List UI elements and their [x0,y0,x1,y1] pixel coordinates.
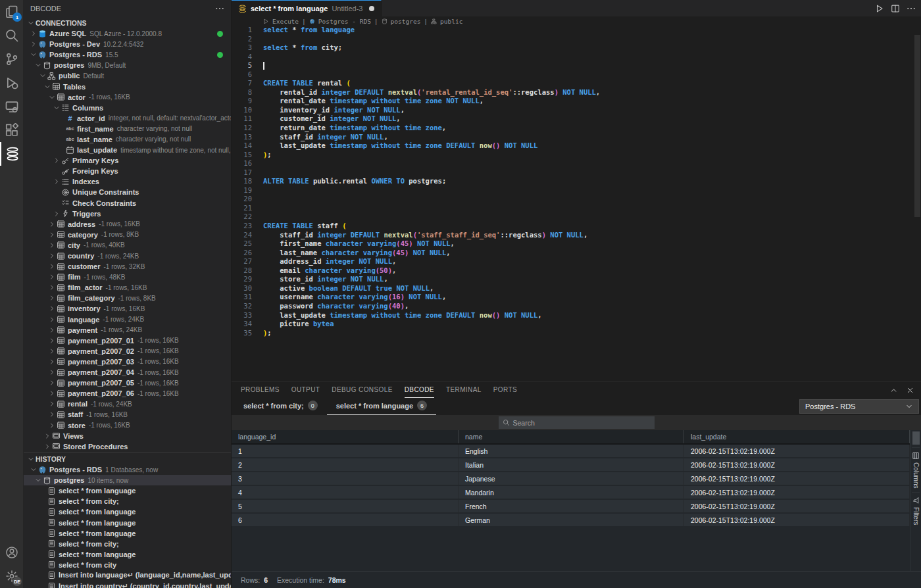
tree-item-postgres[interactable]: postgres9MB, Default [24,60,231,70]
editor-tab[interactable]: select * from language Untitled-3 [232,0,382,16]
tree-item-staff[interactable]: staff-1 rows, 16KB [24,409,231,420]
table-row[interactable]: 4Mandarin2006-02-15T13:02:19.000Z [232,486,910,499]
activity-explorer-icon[interactable]: 1 [0,0,24,24]
table-row[interactable]: 6German2006-02-15T13:02:19.000Z [232,514,910,526]
tree-item-indexes[interactable]: Indexes [24,176,231,187]
tree-item-postgres[interactable]: postgres10 items, now [24,475,231,485]
tree-item-primary-keys[interactable]: Primary Keys [24,155,231,166]
tree-item-select-from-language[interactable]: select * from language [24,485,231,496]
tree-item-store[interactable]: store-1 rows, 16KB [24,420,231,430]
tree-item-select-from-city[interactable]: select * from city; [24,539,231,549]
tree-item-columns[interactable]: Columns [24,103,231,113]
activity-account-icon[interactable] [0,541,24,564]
panel-tab-problems[interactable]: PROBLEMS [241,382,280,398]
connections-header[interactable]: CONNECTIONS [24,17,231,28]
editor-scrollbar[interactable] [914,35,920,217]
tree-item-payment-p2007-03[interactable]: payment_p2007_03-1 rows, 16KB [24,356,231,367]
activity-extensions-icon[interactable] [0,118,24,142]
side-tab-filters[interactable]: Filters [912,492,920,529]
tree-item-payment-p2007-01[interactable]: payment_p2007_01-1 rows, 16KB [24,335,231,346]
activity-remote-explorer-icon[interactable] [0,95,24,118]
column-header-language_id[interactable]: language_id [232,430,459,443]
tree-item-check-constraints[interactable]: Check Constraints [24,198,231,208]
history-header[interactable]: HISTORY [24,453,231,464]
tree-item-payment-p2007-05[interactable]: payment_p2007_05-1 rows, 16KB [24,378,231,388]
tree-item-postgres-rds[interactable]: Postgres - RDS15.5 [24,49,231,60]
panel-tab-ports[interactable]: PORTS [493,382,517,398]
activity-settings-icon[interactable]: DE [0,564,24,588]
panel-tab-terminal[interactable]: TERMINAL [446,382,482,398]
tree-item-category[interactable]: category-1 rows, 8KB [24,230,231,240]
tree-item-azure-sql[interactable]: Azure SQLSQL Azure - 12.0.2000.8 [24,28,231,39]
codelens-schema[interactable]: public [440,18,462,25]
column-header-name[interactable]: name [459,430,684,443]
tree-item-first-name[interactable]: abcfirst_namecharacter varying, not null [24,124,231,134]
tree-item-last-update[interactable]: last_updatetimestamp without time zone, … [24,145,231,155]
tree-item-postgres-dev[interactable]: Postgres - Dev10.2.2.4:5432 [24,39,231,49]
tree-item-inventory[interactable]: inventory-1 rows, 16KB [24,303,231,314]
codelens-connection[interactable]: Postgres - RDS [318,18,371,25]
tree-item-address[interactable]: address-1 rows, 16KB [24,219,231,230]
column-header-last_update[interactable]: last_update [684,430,910,443]
tree-item-views[interactable]: Views [24,431,231,441]
tree-item-select-from-language[interactable]: select * from language [24,506,231,517]
tree-item-actor-id[interactable]: #actor_idinteger, not null, default: nex… [24,113,231,124]
tree-item-insert-into-language-language-id-name-last-update[interactable]: Insert into language↵ (language_id,name,… [24,570,231,581]
panel-tab-dbcode[interactable]: DBCODE [405,382,434,398]
tree-item-postgres-rds[interactable]: Postgres - RDS1 Databases, now [24,464,231,475]
tree-item-payment-p2007-06[interactable]: payment_p2007_06-1 rows, 16KB [24,388,231,399]
codelens-bar[interactable]: Execute|Postgres - RDS|postgres|public [232,17,921,26]
tree-item-select-from-language[interactable]: select * from language [24,549,231,560]
side-tab-columns[interactable]: Columns [912,447,920,492]
search-input[interactable]: Search [499,416,655,429]
tree-item-stored-procedures[interactable]: Stored Procedures [24,441,231,452]
tree-item-select-from-language[interactable]: select * from language [24,517,231,527]
tree-item-city[interactable]: city-1 rows, 40KB [24,240,231,251]
activity-search-icon[interactable] [0,24,24,47]
codelens-execute[interactable]: Execute [272,18,299,25]
table-row[interactable]: 1English2006-02-15T13:02:19.000Z [232,445,910,457]
panel-tab-output[interactable]: OUTPUT [291,382,320,398]
tree-item-country[interactable]: country-1 rows, 24KB [24,251,231,261]
tree-item-public[interactable]: publicDefault [24,70,231,81]
result-tab-select-from-language[interactable]: select * from language6 [327,401,436,415]
more-actions-icon[interactable] [907,4,916,13]
tree-item-foreign-keys[interactable]: Foreign Keys [24,166,231,176]
sidebar-more-icon[interactable] [215,4,224,13]
tree-item-unique-constraints[interactable]: Unique Constraints [24,187,231,197]
activity-run-debug-icon[interactable] [0,71,24,95]
split-editor-icon[interactable] [891,4,900,13]
tree-item-select-from-city[interactable]: select * from city [24,560,231,570]
connection-dropdown[interactable]: Postgres - RDS [799,399,919,414]
tree-item-film-actor[interactable]: film_actor-1 rows, 16KB [24,282,231,293]
tree-item-tables[interactable]: Tables [24,81,231,91]
table-row[interactable]: 5French2006-02-15T13:02:19.000Z [232,500,910,512]
code-editor[interactable]: Execute|Postgres - RDS|postgres|public 1… [232,16,921,381]
table-scrollbar[interactable] [912,431,920,445]
table-row[interactable]: 3Japanese2006-02-15T13:02:19.000Z [232,472,910,485]
panel-maximize-icon[interactable] [889,386,898,395]
table-row[interactable]: 2Italian2006-02-15T13:02:19.000Z [232,458,910,471]
tree-item-film[interactable]: film-1 rows, 48KB [24,272,231,282]
tree-item-language[interactable]: language-1 rows, 24KB [24,314,231,325]
activity-dbcode-icon[interactable] [0,142,24,166]
result-tab-select-from-city[interactable]: select * from city;0 [234,401,327,415]
activity-source-control-icon[interactable] [0,47,24,71]
modified-dot-icon[interactable] [369,6,374,11]
tree-item-last-name[interactable]: abclast_namecharacter varying, not null [24,134,231,145]
tree-item-insert-into-country-country-id-country-last-update[interactable]: Insert into country↵ (country_id,country… [24,581,231,588]
panel-close-icon[interactable] [906,386,914,395]
tree-item-customer[interactable]: customer-1 rows, 32KB [24,261,231,272]
panel-tab-debug-console[interactable]: DEBUG CONSOLE [332,382,392,398]
tree-item-payment-p2007-02[interactable]: payment_p2007_02-1 rows, 16KB [24,346,231,356]
tree-item-film-category[interactable]: film_category-1 rows, 8KB [24,293,231,303]
tree-item-actor[interactable]: actor-1 rows, 16KB [24,92,231,103]
tree-item-select-from-language[interactable]: select * from language [24,528,231,539]
tree-item-rental[interactable]: rental-1 rows, 24KB [24,399,231,409]
tree-item-payment[interactable]: payment-1 rows, 24KB [24,325,231,335]
run-icon[interactable] [875,4,884,13]
codelens-database[interactable]: postgres [391,18,421,25]
tree-item-payment-p2007-04[interactable]: payment_p2007_04-1 rows, 16KB [24,367,231,378]
tree-item-triggers[interactable]: Triggers [24,208,231,219]
tree-item-select-from-city[interactable]: select * from city; [24,496,231,506]
